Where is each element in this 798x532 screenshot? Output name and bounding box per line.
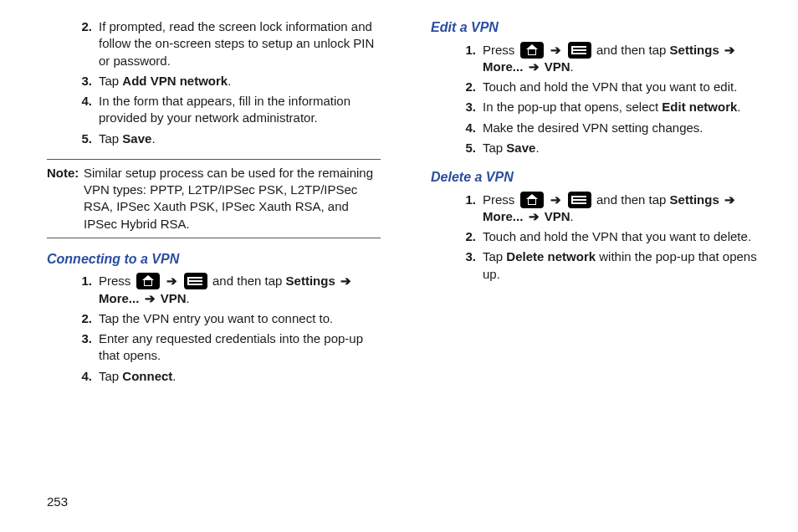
list-text: In the pop-up that opens, select Edit ne… [483,99,765,115]
bold-text: Settings [670,43,719,57]
bold-text: More... [99,291,139,305]
list-text: Tap the VPN entry you want to connect to… [99,310,381,327]
bold-text: VPN [545,209,570,223]
list-number: 3. [67,330,99,365]
list-item: 3. In the pop-up that opens, select Edit… [451,99,765,115]
list-number: 1. [451,42,483,76]
list-number: 3. [451,99,483,115]
bold-text: Settings [670,192,719,207]
bold-text: Delete network [506,249,596,263]
list-number: 2. [451,79,483,95]
text: . [737,100,740,114]
section-heading: Delete a VPN [431,168,765,187]
list-item: 1. Press ➔ and then tap Settings ➔ More.… [67,273,381,307]
bold-text: VPN [161,291,187,305]
text: Tap [483,249,506,263]
list-number: 5. [67,130,99,147]
bold-text: Add VPN network [122,74,228,88]
arrow-icon: ➔ [723,192,737,208]
list-item: 3. Tap Delete network within the pop-up … [451,248,765,283]
text: Tap [483,141,506,155]
list-text: Press ➔ and then tap Settings ➔ More... … [483,192,765,226]
text: Tap [99,369,122,383]
list-text: Touch and hold the VPN that you want to … [483,228,765,245]
list-item: 4. Tap Connect. [67,368,381,385]
list-item: 1. Press ➔ and then tap Settings ➔ More.… [451,42,765,76]
arrow-icon: ➔ [527,59,541,75]
list-number: 2. [67,310,99,327]
bold-text: Settings [286,274,335,288]
list-text: Make the desired VPN setting changes. [483,120,765,136]
list-item: 5. Tap Save. [451,140,765,156]
list-text: If prompted, read the screen lock inform… [99,18,381,69]
bold-text: Connect [122,369,172,383]
page-number: 253 [47,494,68,510]
connecting-steps: 1. Press ➔ and then tap Settings ➔ More.… [47,273,381,385]
list-item: 1. Press ➔ and then tap Settings ➔ More.… [451,192,765,226]
list-text: Tap Connect. [99,368,381,385]
text: . [535,141,539,155]
text: . [570,209,574,223]
list-item: 4. In the form that appears, fill in the… [67,93,381,127]
list-item: 3. Enter any requested credentials into … [67,330,381,365]
list-text: Tap Delete network within the pop-up tha… [483,248,765,283]
text: . [570,59,574,74]
section-heading: Edit a VPN [431,18,765,37]
arrow-icon: ➔ [549,192,563,208]
right-column: Edit a VPN 1. Press ➔ and then tap Setti… [431,18,765,388]
text: . [187,291,190,305]
list-number: 1. [451,192,483,226]
text: . [228,74,231,88]
note-label: Note: [47,165,84,233]
text: Press [99,274,135,288]
text: . [151,131,155,146]
list-number: 3. [451,248,483,283]
list-text: Press ➔ and then tap Settings ➔ More... … [99,273,381,307]
list-item: 5. Tap Save. [67,130,381,147]
text: . [172,369,176,383]
list-text: Press ➔ and then tap Settings ➔ More... … [483,42,765,76]
arrow-icon: ➔ [143,290,157,307]
list-number: 3. [67,73,99,90]
bold-text: Edit network [662,100,737,114]
columns: 2. If prompted, read the screen lock inf… [47,18,765,388]
bold-text: More... [483,59,523,74]
text: Press [483,43,519,57]
menu-icon [184,273,207,289]
list-text: Tap Add VPN network. [99,73,381,90]
arrow-icon: ➔ [339,273,353,289]
list-item: 2. Touch and hold the VPN that you want … [451,79,765,95]
list-number: 1. [67,273,99,307]
note-block: Note: Similar setup process can be used … [47,159,381,238]
note-body: Note: Similar setup process can be used … [47,160,381,238]
text: and then tap [593,192,670,207]
list-number: 4. [451,120,483,136]
edit-steps: 1. Press ➔ and then tap Settings ➔ More.… [431,42,765,157]
menu-icon [568,192,591,208]
text: and then tap [593,43,670,57]
text: Press [483,192,519,207]
bold-text: Save [122,131,151,146]
list-text: Tap Save. [99,130,381,147]
text: and then tap [209,274,286,288]
arrow-icon: ➔ [549,42,563,59]
list-text: Enter any requested credentials into the… [99,330,381,365]
note-text: Similar setup process can be used for th… [84,165,381,233]
left-column: 2. If prompted, read the screen lock inf… [47,18,381,388]
home-icon [136,273,160,289]
list-number: 4. [67,368,99,385]
list-number: 2. [451,228,483,245]
list-number: 5. [451,140,483,156]
list-item: 2. Touch and hold the VPN that you want … [451,228,765,245]
text: In the pop-up that opens, select [483,100,662,114]
list-number: 2. [67,18,99,69]
delete-steps: 1. Press ➔ and then tap Settings ➔ More.… [431,192,765,283]
list-number: 4. [67,93,99,127]
list-text: In the form that appears, fill in the in… [99,93,381,127]
list-text: Tap Save. [483,140,765,156]
bold-text: Save [506,141,535,155]
menu-icon [568,42,591,59]
arrow-icon: ➔ [723,42,737,59]
home-icon [520,192,544,208]
note-rule-bottom [47,238,381,238]
